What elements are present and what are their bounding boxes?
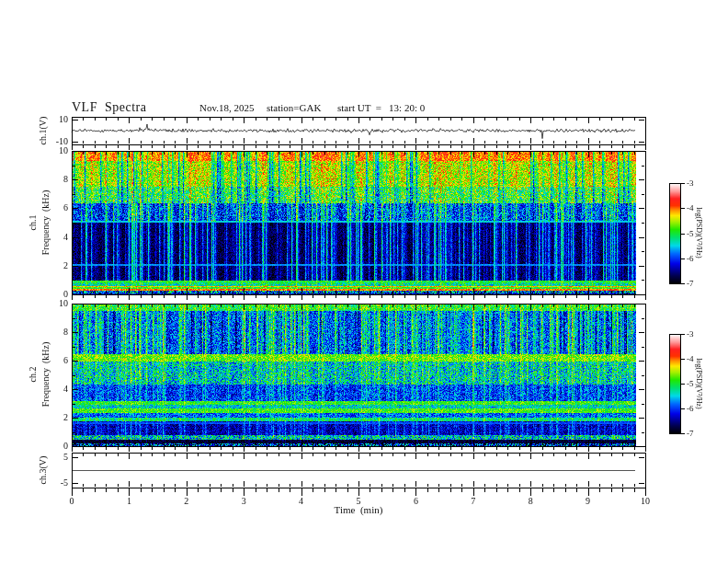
y-tick-label: 8 [63, 327, 68, 337]
date-label: Nov.18, 2025 [199, 103, 254, 113]
colorbar-tick-label: -3 [687, 330, 694, 339]
x-tick-label: 0 [70, 497, 74, 506]
ch3-wave-ylabel: ch.3(V) [39, 456, 48, 485]
ch2-spec-channel-label: ch.2 [28, 367, 38, 383]
colorbar2-label: log(PSD)(V²/Hz) [695, 358, 702, 408]
colorbar1 [669, 183, 680, 283]
y-tick-label: 6 [63, 203, 68, 213]
vlf-spectra-figure: VLF Spectra Nov.18, 2025 station=GAK sta… [0, 0, 728, 563]
station-label: station=GAK [267, 103, 321, 113]
x-tick-label: 6 [414, 497, 418, 506]
x-tick-label: 2 [184, 497, 188, 506]
y-tick-label: -5 [61, 478, 68, 488]
x-tick-label: 3 [242, 497, 246, 506]
y-tick-label: 4 [63, 233, 68, 242]
figure-title: VLF Spectra [72, 101, 146, 114]
x-tick-label: 5 [357, 497, 361, 506]
colorbar-tick-label: -4 [687, 355, 694, 363]
x-axis-label: Time (min) [335, 505, 383, 515]
y-tick-label: 0 [63, 442, 68, 451]
x-tick-label: 4 [299, 497, 303, 506]
y-tick-label: 8 [63, 175, 68, 184]
x-tick-label: 7 [471, 497, 475, 506]
colorbar2 [669, 334, 680, 433]
y-tick-label: 6 [63, 356, 68, 365]
y-tick-label: 10 [59, 299, 68, 308]
y-tick-label: 5 [63, 453, 68, 462]
x-tick-label: 8 [529, 497, 533, 506]
y-tick-label: 10 [59, 115, 68, 124]
colorbar1-label: log(PSD)(V²/Hz) [695, 207, 702, 258]
ch1-waveform-panel [72, 117, 645, 144]
ch1-spectrogram-panel [72, 151, 645, 294]
colorbar-tick-label: -5 [687, 380, 694, 388]
y-tick-label: 2 [63, 413, 68, 422]
ch2-spec-ylabel: Frequency (kHz) [41, 342, 51, 408]
ch1-spec-ylabel: Frequency (kHz) [41, 190, 51, 256]
x-tick-label: 1 [127, 497, 131, 506]
start-ut-label: start UT = 13: 20: 0 [337, 103, 425, 113]
colorbar-tick-label: -4 [687, 204, 694, 213]
colorbar-tick-label: -6 [687, 405, 694, 413]
ch3-waveform-panel [72, 453, 645, 488]
ch1-spec-channel-label: ch.1 [28, 215, 38, 231]
colorbar-tick-label: -7 [687, 280, 694, 288]
y-tick-label: 4 [63, 385, 68, 394]
x-tick-label: 9 [586, 497, 590, 506]
colorbar-tick-label: -3 [687, 179, 694, 188]
colorbar-tick-label: -7 [687, 430, 694, 438]
ch2-spectrogram-panel [72, 304, 645, 446]
colorbar-tick-label: -6 [687, 254, 694, 262]
x-tick-label: 10 [641, 497, 650, 506]
ch1-wave-ylabel: ch.1(V) [39, 117, 48, 145]
y-tick-label: 2 [63, 261, 68, 270]
y-tick-label: 10 [59, 146, 68, 155]
colorbar-tick-label: -5 [687, 229, 694, 237]
